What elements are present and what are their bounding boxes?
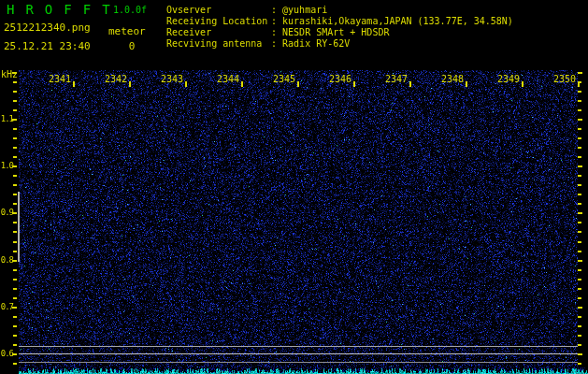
y-tick — [13, 100, 17, 102]
x-tick-label: 2345 — [271, 74, 295, 84]
y-tick — [13, 91, 17, 93]
y-tick-right — [578, 156, 581, 158]
y-tick-label: 0.8 — [0, 255, 13, 265]
y-tick-right — [578, 363, 581, 365]
y-tick-right — [578, 325, 581, 327]
y-tick — [13, 288, 17, 290]
y-tick-right — [578, 316, 581, 318]
y-tick — [13, 344, 17, 346]
mode-label: meteor — [108, 26, 146, 37]
app-title: HROFFT — [7, 3, 122, 17]
x-tick — [73, 81, 75, 87]
x-tick — [129, 81, 131, 87]
y-tick — [13, 147, 17, 149]
y-tick — [13, 363, 17, 365]
y-tick-right — [578, 279, 581, 280]
y-tick-label: 0.7 — [0, 302, 13, 311]
y-tick — [13, 194, 17, 195]
info-separator: : — [271, 16, 282, 26]
y-tick-right — [578, 269, 581, 271]
y-tick-right — [578, 212, 582, 214]
info-label-location: Receiving Location — [166, 16, 271, 26]
y-tick-right — [578, 100, 581, 102]
x-tick — [241, 81, 243, 87]
y-tick — [13, 325, 17, 327]
y-tick — [13, 297, 17, 299]
info-label-receiver: Receiver — [166, 27, 271, 37]
y-tick — [13, 251, 17, 252]
y-tick-right — [578, 241, 581, 243]
y-tick-right — [578, 260, 582, 262]
info-row-receiver: Receiver: NESDR SMArt + HDSDR — [166, 27, 389, 37]
y-tick-right — [578, 307, 582, 309]
y-tick-right — [578, 353, 582, 355]
info-label-antenna: Recviving antenna — [166, 38, 271, 49]
info-label-observer: Ovserver — [166, 5, 271, 15]
y-tick — [12, 72, 17, 74]
x-tick-label: 2341 — [47, 74, 71, 84]
x-tick — [578, 81, 580, 87]
y-tick — [13, 137, 17, 139]
y-tick-right — [578, 91, 581, 93]
y-tick-label: 1.1 — [0, 114, 13, 123]
app-version: 1.0.0f — [113, 5, 147, 15]
y-tick-right — [578, 184, 581, 186]
y-tick — [13, 279, 17, 280]
y-tick-right — [578, 194, 581, 195]
carrier-line-0.58khz — [19, 362, 578, 363]
x-tick — [353, 81, 355, 87]
y-tick-label: 0.6 — [0, 349, 13, 358]
y-tick — [13, 335, 17, 337]
x-tick-label: 2346 — [327, 74, 351, 84]
output-filename: 2512212340.png — [4, 22, 91, 34]
info-row-location: Receiving Location: kurashiki,Okayama,JA… — [166, 16, 513, 26]
y-tick-label: 0.9 — [0, 208, 13, 217]
y-tick-right — [578, 72, 582, 74]
y-tick-right — [578, 335, 581, 337]
x-tick-label: 2347 — [383, 74, 408, 84]
hrofft-window: HROFFT 1.0.0f 2512212340.png meteor 25.1… — [0, 0, 588, 374]
y-tick — [13, 241, 17, 243]
y-tick — [13, 175, 17, 177]
y-tick-right — [578, 165, 582, 167]
info-separator: : — [271, 38, 282, 49]
info-row-antenna: Recviving antenna: Radix RY-62V — [166, 38, 350, 49]
y-tick — [13, 128, 17, 130]
x-tick-label: 2342 — [103, 74, 127, 84]
detection-window-marker — [18, 192, 20, 262]
x-tick-label: 2348 — [439, 74, 464, 84]
y-tick-right — [578, 203, 581, 205]
info-row-observer: Ovserver: @yuhmari — [166, 5, 327, 15]
x-tick — [522, 81, 523, 87]
y-tick — [13, 269, 17, 271]
y-tick — [13, 316, 17, 318]
x-tick — [466, 81, 467, 87]
y-tick — [13, 222, 17, 223]
spectrogram-canvas — [0, 0, 588, 374]
y-tick-right — [578, 222, 581, 223]
x-tick-label: 2349 — [495, 74, 520, 84]
info-separator: : — [271, 27, 282, 37]
y-tick-right — [578, 119, 582, 121]
y-tick — [13, 109, 17, 111]
y-tick-right — [578, 137, 581, 139]
info-value-location: kurashiki,Okayama,JAPAN (133.77E, 34.58N… — [282, 16, 513, 26]
info-value-antenna: Radix RY-62V — [282, 38, 350, 49]
y-tick-right — [578, 297, 581, 299]
meteor-count: 0 — [122, 41, 142, 52]
x-tick — [409, 81, 411, 87]
y-tick — [13, 203, 17, 205]
y-tick-right — [578, 128, 581, 130]
info-separator: : — [271, 5, 282, 15]
y-tick-right — [578, 109, 581, 111]
info-value-receiver: NESDR SMArt + HDSDR — [282, 27, 389, 37]
x-tick — [297, 81, 299, 87]
x-tick — [185, 81, 187, 87]
x-tick-label: 2344 — [215, 74, 239, 84]
y-tick — [13, 231, 17, 233]
y-tick-right — [578, 231, 581, 233]
y-tick-right — [578, 175, 581, 177]
carrier-line-0.60khz — [19, 353, 578, 354]
y-tick-right — [578, 147, 581, 149]
y-tick-label: 1.0 — [0, 161, 13, 170]
